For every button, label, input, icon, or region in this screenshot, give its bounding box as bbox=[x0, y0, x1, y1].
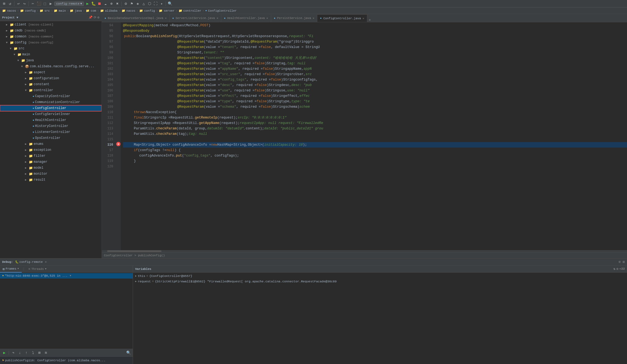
tree-item-manager[interactable]: ▶ 📁 manager bbox=[0, 159, 102, 165]
run-icon[interactable]: ▶ bbox=[85, 1, 90, 6]
debug-tab-frames[interactable]: ▤ Frames ▼ bbox=[0, 266, 22, 273]
toolbar-icon-5[interactable]: ⬚ bbox=[42, 1, 47, 6]
tabs-overflow[interactable]: » bbox=[367, 18, 372, 22]
run-cursor-icon[interactable]: ⤵ bbox=[30, 350, 36, 356]
threads-dropdown-icon[interactable]: ▼ bbox=[45, 268, 46, 270]
var-item-this[interactable]: ▶ this = {ConfigController@9557} bbox=[133, 273, 627, 279]
tab-health[interactable]: ● HealthController.java ✕ bbox=[221, 14, 271, 22]
debug-toolbar-expand[interactable]: ⊞ bbox=[623, 260, 625, 264]
tree-item-constant[interactable]: ▶ 📁 constant bbox=[0, 81, 102, 87]
stop-icon[interactable]: ⏹ bbox=[97, 1, 102, 6]
sidebar-gear-icon[interactable]: ⚙ bbox=[97, 15, 99, 20]
tree-item-configuration[interactable]: ▶ 📁 configuration bbox=[0, 75, 102, 81]
tree-item-main[interactable]: ▼ 📁 main bbox=[0, 52, 102, 58]
sidebar-sync-icon[interactable]: ⟳ bbox=[94, 15, 96, 20]
tree-item-config[interactable]: ▼ 📁 config [nacos-config] bbox=[0, 40, 102, 46]
tree-item-src[interactable]: ▼ 📁 src bbox=[0, 46, 102, 52]
tree-item-model[interactable]: ▶ 📁 model bbox=[0, 165, 102, 171]
tree-item-client[interactable]: ▶ 📁 client [nacos-client] bbox=[0, 22, 102, 28]
resume-icon[interactable]: ▶ bbox=[2, 350, 7, 356]
breadcrumb-server[interactable]: server bbox=[164, 9, 175, 12]
tab-close-2[interactable]: ✕ bbox=[217, 17, 218, 20]
evaluate-icon[interactable]: ⊞ bbox=[37, 350, 42, 356]
tree-item-aspect[interactable]: ▶ 📁 aspect bbox=[0, 69, 102, 75]
tree-item-ops[interactable]: ▶ ● OpsController bbox=[0, 135, 102, 141]
config-remote-button[interactable]: config-remote ▼ bbox=[54, 2, 84, 6]
step-into-icon[interactable]: ↓ bbox=[17, 350, 23, 356]
step-out-icon[interactable]: ↑ bbox=[24, 350, 29, 356]
breadcrumb-nacos2[interactable]: nacos bbox=[126, 9, 135, 12]
tab-close-3[interactable]: ✕ bbox=[267, 17, 268, 20]
toolbar-icon-17[interactable]: 🔍 bbox=[167, 1, 172, 6]
toolbar-icon-1[interactable]: ⊞ bbox=[2, 1, 7, 6]
horizontal-scrollbar[interactable] bbox=[102, 250, 627, 252]
tree-item-monitor[interactable]: ▶ 📁 monitor bbox=[0, 171, 102, 177]
toolbar-icon-13[interactable]: △ bbox=[141, 1, 146, 6]
sidebar-pin-icon[interactable]: 📌 bbox=[88, 15, 93, 20]
tab-serverlist[interactable]: ● ServerListService.java ✕ bbox=[170, 14, 221, 22]
toolbar-icon-10[interactable]: ⚙ bbox=[123, 1, 128, 6]
breakpoint-marker[interactable]: ● bbox=[116, 142, 120, 146]
search-frame-icon[interactable]: 🔍 bbox=[126, 350, 131, 356]
tree-item-java[interactable]: ▼ 📁 java bbox=[0, 58, 102, 63]
tree-item-exception[interactable]: ▶ 📁 exception bbox=[0, 147, 102, 153]
breadcrumb-src[interactable]: src bbox=[45, 9, 50, 12]
tree-item-listener[interactable]: ▶ ● ListenerController bbox=[0, 129, 102, 135]
tab-basicdatasource[interactable]: ● BasicDataSourceServiceImpl.java ✕ bbox=[102, 14, 170, 22]
breadcrumb-main[interactable]: main bbox=[59, 9, 66, 12]
toolbar-icon-14[interactable]: ⬡ bbox=[147, 1, 152, 6]
tree-item-package[interactable]: ▼ 📦 com.alibaba.nacos.config.serve... bbox=[0, 63, 102, 69]
debug-icon[interactable]: 🐛 bbox=[91, 1, 96, 6]
breadcrumb-alibaba[interactable]: alibaba bbox=[105, 9, 118, 12]
breadcrumb-config2[interactable]: config bbox=[144, 9, 155, 12]
tree-item-configcontroller[interactable]: ▶ ● ConfigController bbox=[0, 105, 102, 111]
tree-item-history[interactable]: ▶ ● HistoryController bbox=[0, 123, 102, 129]
toolbar-icon-redo[interactable]: ↪ bbox=[22, 1, 27, 6]
tab-persist[interactable]: ● PersistService.java ✕ bbox=[271, 14, 317, 22]
tab-close-1[interactable]: ✕ bbox=[165, 17, 167, 20]
toolbar-icon-9[interactable]: ✖ bbox=[115, 1, 120, 6]
toolbar-icon-2[interactable]: ↺ bbox=[8, 1, 12, 6]
tree-item-common[interactable]: ▶ 📁 common [nacos-common] bbox=[0, 34, 102, 40]
tree-item-cmdb[interactable]: ▶ 📁 cmdb [nacos-cmdb] bbox=[0, 28, 102, 34]
tree-item-controller-folder[interactable]: ▼ 📁 controller bbox=[0, 87, 102, 93]
var-expand-request[interactable]: ▶ bbox=[135, 280, 137, 283]
debug-settings-icon[interactable]: ⚙ bbox=[619, 260, 620, 264]
breadcrumb-com[interactable]: com bbox=[91, 9, 96, 12]
tab-close-5[interactable]: ✕ bbox=[363, 17, 364, 20]
variables-sort-icon[interactable]: ⇅ bbox=[613, 267, 615, 271]
tree-item-enums[interactable]: ▶ 📁 enums bbox=[0, 141, 102, 147]
breadcrumb-config[interactable]: config bbox=[25, 9, 36, 12]
toolbar-icon-3[interactable]: ✂ bbox=[30, 1, 35, 6]
tab-close-4[interactable]: ✕ bbox=[313, 17, 314, 20]
debug-close-button[interactable]: ✕ bbox=[45, 260, 47, 264]
toolbar-icon-7[interactable]: ☁ bbox=[103, 1, 108, 6]
var-item-request[interactable]: ▶ request = {StrictHttpFirewall$1@9562} … bbox=[133, 279, 627, 284]
debug-tab-threads[interactable]: ≡ Threads ▼ bbox=[26, 266, 49, 273]
frame-item-1[interactable]: ⚑ "http-nio-8848-exec-3"@9,525 in ... ▼ bbox=[0, 273, 133, 279]
toolbar-icon-undo[interactable]: ↩ bbox=[16, 1, 21, 6]
frames-dropdown-icon[interactable]: ▼ bbox=[17, 267, 19, 270]
toolbar-icon-4[interactable]: ⬛ bbox=[36, 1, 41, 6]
tree-item-filter[interactable]: ▶ 📁 filter bbox=[0, 153, 102, 159]
toolbar-icon-12[interactable]: ◈ bbox=[135, 1, 140, 6]
frame-dropdown-1[interactable]: ▼ bbox=[70, 274, 71, 277]
trace-icon[interactable]: ≋ bbox=[43, 350, 49, 356]
breadcrumb-java[interactable]: java bbox=[75, 9, 82, 12]
variables-settings-icon[interactable]: ⚙ bbox=[616, 267, 618, 271]
toolbar-icon-8[interactable]: ⊕ bbox=[109, 1, 114, 6]
tree-item-health[interactable]: ▶ ● HealthController bbox=[0, 117, 102, 123]
tree-item-capacity[interactable]: ▶ ● CapacityController bbox=[0, 93, 102, 99]
tree-item-communication[interactable]: ▶ ● CommunicationController bbox=[0, 99, 102, 105]
code-content[interactable]: @RequestMapping(method = RequestMethod.P… bbox=[121, 22, 627, 250]
step-over-icon[interactable]: ↷ bbox=[11, 350, 16, 356]
scrollbar-thumb[interactable] bbox=[107, 250, 162, 252]
breadcrumb-controller[interactable]: controller bbox=[183, 9, 201, 12]
toolbar-icon-6[interactable]: ▶ bbox=[48, 1, 53, 6]
tree-item-configservlet[interactable]: ▶ ● ConfigServletInner bbox=[0, 111, 102, 117]
var-expand-this[interactable]: ▶ bbox=[135, 274, 137, 277]
toolbar-icon-16[interactable]: ✦ bbox=[159, 1, 164, 6]
tab-configcontroller[interactable]: ● ConfigController.java ✕ bbox=[317, 14, 367, 22]
toolbar-icon-15[interactable]: ⛶ bbox=[153, 1, 158, 6]
breadcrumb-nacos[interactable]: nacos bbox=[7, 9, 16, 12]
